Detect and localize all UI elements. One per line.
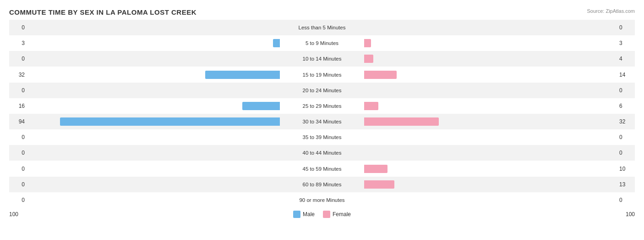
bar-section: 35 to 39 Minutes bbox=[27, 129, 617, 145]
female-bar bbox=[364, 165, 387, 173]
legend-male-label: Male bbox=[303, 211, 315, 218]
chart-row: 0 90 or more Minutes 0 bbox=[9, 192, 635, 208]
male-bar-area bbox=[27, 179, 281, 190]
female-bar-area bbox=[363, 148, 617, 158]
female-bar-area bbox=[363, 179, 617, 190]
female-bar-area bbox=[363, 117, 617, 127]
male-bar-area bbox=[27, 70, 281, 80]
source-label: Source: ZipAtlas.com bbox=[587, 8, 635, 14]
female-value: 0 bbox=[617, 150, 635, 156]
female-value: 4 bbox=[617, 56, 635, 62]
chart-row: 0 10 to 14 Minutes 4 bbox=[9, 51, 635, 67]
bar-section: 15 to 19 Minutes bbox=[27, 67, 617, 83]
male-bar bbox=[242, 102, 280, 110]
row-label: 40 to 44 Minutes bbox=[281, 150, 363, 156]
legend-female: Female bbox=[323, 211, 351, 218]
legend-items: Male Female bbox=[27, 211, 617, 218]
chart-container: COMMUTE TIME BY SEX IN LA PALOMA LOST CR… bbox=[0, 0, 644, 240]
female-value: 10 bbox=[617, 166, 635, 172]
male-value: 0 bbox=[9, 87, 27, 94]
female-bar-area bbox=[363, 22, 617, 33]
female-value: 0 bbox=[617, 24, 635, 31]
female-value: 14 bbox=[617, 72, 635, 78]
row-label: 10 to 14 Minutes bbox=[281, 56, 363, 61]
legend-female-box bbox=[323, 211, 330, 218]
female-bar-area bbox=[363, 54, 617, 64]
female-value: 13 bbox=[617, 181, 635, 188]
male-value: 0 bbox=[9, 56, 27, 62]
legend-male-box bbox=[293, 211, 300, 218]
male-bar-area bbox=[27, 85, 281, 95]
row-label: Less than 5 Minutes bbox=[281, 25, 363, 30]
male-bar bbox=[273, 39, 280, 47]
male-value: 0 bbox=[9, 197, 27, 203]
legend-area: 100 Male Female 100 bbox=[9, 211, 635, 218]
chart-row: 32 15 to 19 Minutes 14 bbox=[9, 67, 635, 83]
legend-female-label: Female bbox=[333, 211, 351, 218]
chart-row: 0 20 to 24 Minutes 0 bbox=[9, 83, 635, 98]
female-bar bbox=[364, 71, 397, 79]
row-label: 30 to 34 Minutes bbox=[281, 119, 363, 124]
bar-section: 60 to 89 Minutes bbox=[27, 177, 617, 192]
chart-area: 0 Less than 5 Minutes 0 3 5 to 9 Minutes… bbox=[9, 20, 635, 208]
female-bar-area bbox=[363, 70, 617, 80]
chart-row: 16 25 to 29 Minutes 6 bbox=[9, 98, 635, 114]
bar-section: 90 or more Minutes bbox=[27, 192, 617, 208]
female-value: 3 bbox=[617, 40, 635, 46]
male-value: 16 bbox=[9, 103, 27, 109]
bar-section: 45 to 59 Minutes bbox=[27, 161, 617, 177]
female-bar bbox=[364, 55, 373, 63]
male-bar-area bbox=[27, 117, 281, 127]
male-value: 0 bbox=[9, 150, 27, 156]
female-bar bbox=[364, 39, 371, 47]
male-bar-area bbox=[27, 38, 281, 48]
chart-row: 0 Less than 5 Minutes 0 bbox=[9, 20, 635, 35]
male-bar-area bbox=[27, 148, 281, 158]
male-bar-area bbox=[27, 54, 281, 64]
male-value: 94 bbox=[9, 118, 27, 125]
female-bar-area bbox=[363, 101, 617, 111]
chart-row: 94 30 to 34 Minutes 32 bbox=[9, 114, 635, 129]
female-bar bbox=[364, 102, 378, 110]
female-bar-area bbox=[363, 38, 617, 48]
male-value: 0 bbox=[9, 166, 27, 172]
male-bar-area bbox=[27, 195, 281, 205]
male-value: 3 bbox=[9, 40, 27, 46]
female-value: 6 bbox=[617, 103, 635, 109]
row-label: 60 to 89 Minutes bbox=[281, 182, 363, 187]
chart-row: 0 40 to 44 Minutes 0 bbox=[9, 145, 635, 161]
male-value: 32 bbox=[9, 72, 27, 78]
male-bar-area bbox=[27, 164, 281, 174]
row-label: 35 to 39 Minutes bbox=[281, 134, 363, 140]
male-bar bbox=[205, 71, 280, 79]
female-value: 32 bbox=[617, 118, 635, 125]
row-label: 15 to 19 Minutes bbox=[281, 72, 363, 78]
female-bar-area bbox=[363, 164, 617, 174]
row-label: 25 to 29 Minutes bbox=[281, 103, 363, 109]
bar-section: 10 to 14 Minutes bbox=[27, 51, 617, 67]
female-bar bbox=[364, 180, 394, 189]
chart-row: 0 35 to 39 Minutes 0 bbox=[9, 129, 635, 145]
bar-section: 30 to 34 Minutes bbox=[27, 114, 617, 129]
female-bar-area bbox=[363, 85, 617, 95]
axis-right-bottom: 100 bbox=[617, 211, 635, 218]
axis-left-bottom: 100 bbox=[9, 211, 27, 218]
male-bar bbox=[60, 117, 280, 126]
female-bar bbox=[364, 117, 439, 126]
female-value: 0 bbox=[617, 197, 635, 203]
bar-section: 25 to 29 Minutes bbox=[27, 98, 617, 114]
bar-section: 40 to 44 Minutes bbox=[27, 145, 617, 161]
bar-section: 5 to 9 Minutes bbox=[27, 35, 617, 51]
chart-title: COMMUTE TIME BY SEX IN LA PALOMA LOST CR… bbox=[9, 8, 635, 16]
bar-section: Less than 5 Minutes bbox=[27, 20, 617, 35]
male-bar-area bbox=[27, 132, 281, 142]
female-bar-area bbox=[363, 132, 617, 142]
male-value: 0 bbox=[9, 24, 27, 31]
male-value: 0 bbox=[9, 181, 27, 188]
male-bar-area bbox=[27, 22, 281, 33]
male-bar-area bbox=[27, 101, 281, 111]
row-label: 45 to 59 Minutes bbox=[281, 166, 363, 172]
female-bar-area bbox=[363, 195, 617, 205]
female-value: 0 bbox=[617, 134, 635, 140]
bar-section: 20 to 24 Minutes bbox=[27, 83, 617, 98]
